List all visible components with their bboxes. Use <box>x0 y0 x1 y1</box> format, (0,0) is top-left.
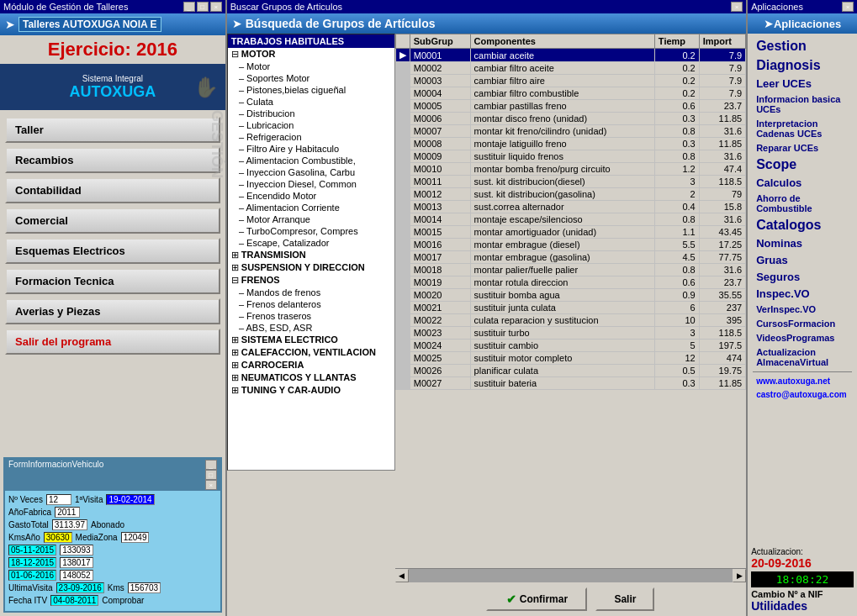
table-row[interactable]: M0027 sustituir bateria 0.3 11.85 <box>395 377 745 390</box>
tree-item-soportes[interactable]: – Soportes Motor <box>228 72 394 84</box>
nav-ver-inspec[interactable]: VerInspec.VO <box>753 303 852 316</box>
tree-item-motor[interactable]: – Motor <box>228 61 394 72</box>
table-row[interactable]: M0007 montar kit freno/cilindro (unidad)… <box>395 125 745 138</box>
nav-gruas[interactable]: Gruas <box>753 252 852 268</box>
middle-close-btn[interactable]: × <box>731 2 743 12</box>
tree-item-tuning[interactable]: ⊞ TUNING Y CAR-AUDIO <box>228 384 394 397</box>
cambio-nif[interactable]: Cambio Nº a NIF <box>751 589 854 599</box>
table-row[interactable]: M0002 cambiar filtro aceite 0.2 7.9 <box>395 62 745 75</box>
table-row[interactable]: M0016 montar embrague (diesel) 5.5 17.25 <box>395 239 745 251</box>
tree-item-distribucion[interactable]: – Distribucion <box>228 108 394 119</box>
table-row[interactable]: M0020 sustituir bomba agua 0.9 35.55 <box>395 289 745 302</box>
tree-item-turbo[interactable]: – TurboCompresor, Compres <box>228 225 394 237</box>
nav-ahorro[interactable]: Ahorro de Combustible <box>753 192 852 215</box>
table-row[interactable]: M0003 cambiar filtro aire 0.2 7.9 <box>395 75 745 87</box>
tree-item-alimentacion-corriente[interactable]: – Alimentacion Corriente <box>228 202 394 213</box>
data-table-wrapper[interactable]: SubGrup Componentes Tiemp Import ▶ M0001… <box>395 34 746 568</box>
nav-scope[interactable]: Scope <box>753 155 852 174</box>
nav-interpretacion[interactable]: Interpretacion Cadenas UCEs <box>753 117 852 140</box>
table-row[interactable]: M0015 montar amortiguador (unidad) 1.1 4… <box>395 226 745 239</box>
tree-item-header[interactable]: TRABAJOS HABITUALES <box>228 34 394 48</box>
table-row[interactable]: M0008 montaje latiguillo freno 0.3 11.85 <box>395 138 745 150</box>
col-tiempo-header[interactable]: Tiemp <box>654 34 699 49</box>
taller-button[interactable]: Taller <box>5 117 220 143</box>
scroll-right-btn[interactable]: ▶ <box>733 569 746 582</box>
right-close-btn[interactable]: × <box>842 2 854 12</box>
tree-item-calefaccion[interactable]: ⊞ CALEFACCION, VENTILACION <box>228 346 394 359</box>
nav-web[interactable]: www.autoxuga.net <box>753 375 852 387</box>
tree-item-escape[interactable]: – Escape, Catalizador <box>228 237 394 249</box>
nav-calculos[interactable]: Calculos <box>753 175 852 191</box>
tree-item-frenos-del[interactable]: – Frenos delanteros <box>228 298 394 310</box>
tree-item-lubricacion[interactable]: – Lubricacion <box>228 119 394 131</box>
tree-item-motor-arranque[interactable]: – Motor Arranque <box>228 213 394 225</box>
table-row[interactable]: M0019 montar rotula direccion 0.6 23.7 <box>395 276 745 289</box>
table-row[interactable]: M0013 sust.correa alternador 0.4 15.8 <box>395 201 745 213</box>
nav-seguros[interactable]: Seguros <box>753 269 852 285</box>
table-row[interactable]: M0010 montar bomba freno/purg circuito 1… <box>395 163 745 176</box>
left-minimize-btn[interactable]: _ <box>183 2 195 12</box>
table-row[interactable]: ▶ M0001 cambiar aceite 0.2 7.9 <box>395 49 745 62</box>
nav-reparar-uces[interactable]: Reparar UCEs <box>753 141 852 155</box>
tree-item-filtro[interactable]: – Filtro Aire y Habitaculo <box>228 143 394 155</box>
tree-item-frenos[interactable]: ⊟ FRENOS <box>228 274 394 287</box>
nav-leer-uces[interactable]: Leer UCEs <box>753 76 852 92</box>
tree-item-transmision[interactable]: ⊞ TRANSMISION <box>228 249 394 261</box>
nav-actualizacion[interactable]: Actualizacion AlmacenaVirtual <box>753 345 852 369</box>
table-row[interactable]: M0005 cambiar pastillas freno 0.6 23.7 <box>395 100 745 113</box>
confirm-button[interactable]: ✔ Confirmar <box>486 587 587 611</box>
tree-item-motor-group[interactable]: ⊟ MOTOR <box>228 48 394 61</box>
tree-item-abs[interactable]: – ABS, ESD, ASR <box>228 322 394 334</box>
tree-item-culata[interactable]: – Culata <box>228 96 394 108</box>
table-row[interactable]: M0014 montaje escape/silencioso 0.8 31.6 <box>395 213 745 226</box>
left-close-btn[interactable]: × <box>210 2 222 12</box>
left-maximize-btn[interactable]: □ <box>197 2 209 12</box>
table-row[interactable]: M0004 cambiar filtro combustible 0.2 7.9 <box>395 87 745 100</box>
table-row[interactable]: M0022 culata reparacion y sustitucion 10… <box>395 314 745 327</box>
form-close-btn[interactable]: × <box>205 480 217 490</box>
col-subgrup-header[interactable]: SubGrup <box>410 34 470 49</box>
scroll-track[interactable] <box>409 569 733 582</box>
scroll-left-btn[interactable]: ◀ <box>395 569 409 582</box>
tree-panel[interactable]: TRABAJOS HABITUALES ⊟ MOTOR – Motor – So… <box>227 34 395 471</box>
tree-item-inyeccion-gas[interactable]: – Inyeccion Gasolina, Carbu <box>228 166 394 178</box>
form-maximize-btn[interactable]: □ <box>205 470 217 480</box>
table-row[interactable]: M0026 planificar culata 0.5 19.75 <box>395 365 745 377</box>
tree-item-electrico[interactable]: ⊞ SISTEMA ELECTRICO <box>228 334 394 346</box>
tree-item-carroceria[interactable]: ⊞ CARROCERIA <box>228 359 394 371</box>
tree-item-refrigeracion[interactable]: – Refrigeracion <box>228 131 394 143</box>
utilidades[interactable]: Utilidades <box>751 599 854 613</box>
table-row[interactable]: M0011 sust. kit distribucion(diesel) 3 1… <box>395 176 745 188</box>
contabilidad-button[interactable]: Contabilidad <box>5 177 220 203</box>
nav-nominas[interactable]: Nominas <box>753 235 852 251</box>
tree-item-encendido[interactable]: – Encendido Motor <box>228 190 394 202</box>
nav-gestion[interactable]: Gestion <box>753 37 852 55</box>
nav-email[interactable]: castro@autoxuga.com <box>753 388 852 401</box>
comercial-button[interactable]: Comercial <box>5 208 220 234</box>
nav-info-uces[interactable]: Informacion basica UCEs <box>753 92 852 116</box>
table-row[interactable]: M0025 sustituir motor completo 12 474 <box>395 352 745 365</box>
formacion-button[interactable]: Formacion Tecnica <box>5 268 220 294</box>
table-row[interactable]: M0018 montar palier/fuelle palier 0.8 31… <box>395 264 745 276</box>
tree-item-neumaticos[interactable]: ⊞ NEUMATICOS Y LLANTAS <box>228 371 394 384</box>
table-row[interactable]: M0006 montar disco freno (unidad) 0.3 11… <box>395 113 745 125</box>
nav-diagnosis[interactable]: Diagnosis <box>753 56 852 75</box>
tree-item-frenos-tras[interactable]: – Frenos traseros <box>228 310 394 322</box>
salir-middle-button[interactable]: Salir <box>595 587 654 611</box>
tree-item-pistones[interactable]: – Pistones,bielas cigueñal <box>228 84 394 96</box>
tree-item-suspension[interactable]: ⊞ SUSPENSION Y DIRECCION <box>228 261 394 274</box>
salir-button[interactable]: Salir del programa <box>5 329 220 355</box>
table-row[interactable]: M0024 sustituir cambio 5 197.5 <box>395 340 745 352</box>
table-row[interactable]: M0021 sustituir junta culata 6 237 <box>395 302 745 314</box>
averias-button[interactable]: Averias y Piezas <box>5 298 220 324</box>
col-import-header[interactable]: Import <box>699 34 745 49</box>
form-minimize-btn[interactable]: _ <box>205 460 217 470</box>
tree-item-alimentacion[interactable]: – Alimentacion Combustible, <box>228 155 394 166</box>
table-row[interactable]: M0009 sustituir liquido frenos 0.8 31.6 <box>395 150 745 163</box>
nav-videos[interactable]: VideosProgramas <box>753 331 852 345</box>
table-row[interactable]: M0012 sust. kit distribucion(gasolina) 2… <box>395 188 745 201</box>
table-row[interactable]: M0017 montar embrague (gasolina) 4.5 77.… <box>395 251 745 264</box>
nav-cursos[interactable]: CursosFormacion <box>753 317 852 330</box>
table-row[interactable]: M0023 sustituir turbo 3 118.5 <box>395 327 745 340</box>
nav-inspec[interactable]: Inspec.VO <box>753 286 852 302</box>
